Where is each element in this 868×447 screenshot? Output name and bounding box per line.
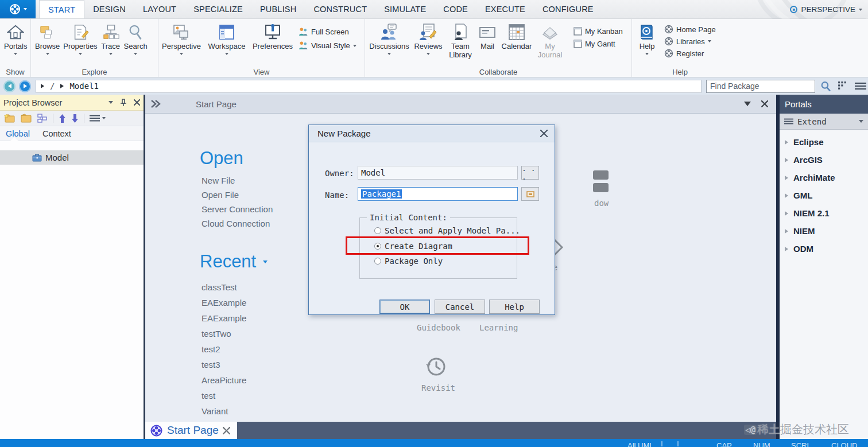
preferences-button[interactable]: Preferences <box>251 21 294 52</box>
grid-dots-icon[interactable] <box>838 81 848 92</box>
help-button[interactable]: Help <box>634 21 660 56</box>
properties-button[interactable]: Properties <box>61 21 99 56</box>
portal-item-eclipse[interactable]: Eclipse <box>780 133 868 151</box>
ok-button[interactable]: OK <box>379 300 430 314</box>
tab-code[interactable]: CODE <box>435 0 476 18</box>
visual-style-button[interactable]: Visual Style <box>299 41 356 50</box>
recent-item[interactable]: AreaPicture <box>202 375 246 391</box>
breadcrumb-model[interactable]: Model1 <box>69 81 99 91</box>
move-down-icon[interactable] <box>71 114 79 123</box>
back-button[interactable] <box>3 80 16 92</box>
tab-execute[interactable]: EXECUTE <box>476 0 534 18</box>
browse-button[interactable]: Browse <box>33 21 61 56</box>
recent-item[interactable]: Variant <box>202 406 246 422</box>
windows-tile-label[interactable]: dow <box>594 199 609 208</box>
status-perspective-set[interactable]: All UML <box>627 441 654 447</box>
dialog-title-bar[interactable]: New Package <box>309 125 555 142</box>
revisit-clock-icon[interactable] <box>424 355 448 379</box>
mail-button[interactable]: Mail <box>475 21 499 52</box>
forward-button[interactable] <box>19 80 31 92</box>
chevron-double-icon[interactable] <box>150 99 161 108</box>
home-page-button[interactable]: Home Page <box>664 25 716 34</box>
portals-button[interactable]: Portals <box>2 21 29 56</box>
diagram-icon[interactable] <box>37 113 48 123</box>
workspace-button[interactable]: Workspace <box>202 21 251 56</box>
start-page-tab-label[interactable]: Start Page <box>196 99 237 109</box>
trace-button[interactable]: Trace <box>99 21 122 56</box>
reviews-button[interactable]: Reviews <box>411 21 445 56</box>
cancel-button[interactable]: Cancel <box>435 300 485 314</box>
browser-menu-button[interactable] <box>90 115 106 122</box>
tab-design[interactable]: DESIGN <box>84 0 134 18</box>
link-cloud-connection[interactable]: Cloud Connection <box>202 219 273 233</box>
hamburger-icon[interactable] <box>855 82 866 90</box>
recent-item[interactable]: testTwo <box>202 329 246 344</box>
portal-item-odm[interactable]: ODM <box>780 240 868 258</box>
tab-context[interactable]: Context <box>42 129 71 141</box>
auto-name-button[interactable] <box>521 187 539 201</box>
search-button[interactable]: Search <box>122 21 149 56</box>
libraries-button[interactable]: Libraries <box>664 37 716 46</box>
help-button[interactable]: Help <box>489 300 540 314</box>
perspective-button[interactable]: PERSPECTIVE <box>790 0 862 19</box>
move-up-icon[interactable] <box>59 114 66 123</box>
portals-selector[interactable]: Extend <box>780 114 868 130</box>
recent-item[interactable]: test <box>202 391 246 406</box>
pin-icon[interactable] <box>120 99 127 107</box>
full-screen-button[interactable]: Full Screen <box>299 27 356 37</box>
tab-simulate[interactable]: SIMULATE <box>375 0 435 18</box>
link-new-file[interactable]: New File <box>202 176 273 190</box>
panel-menu-caret-icon[interactable] <box>108 101 113 104</box>
owner-input[interactable]: Model <box>358 166 518 180</box>
portal-item-archimate[interactable]: ArchiMate <box>780 169 868 186</box>
calendar-button[interactable]: Calendar <box>499 21 534 52</box>
close-icon[interactable] <box>540 130 548 137</box>
recent-item[interactable]: EAExample <box>202 298 246 313</box>
tab-specialize[interactable]: SPECIALIZE <box>185 0 251 18</box>
register-button[interactable]: Register <box>664 49 716 58</box>
name-input[interactable]: Package1 <box>358 187 518 201</box>
guidebook-label[interactable]: Guidebook <box>417 323 460 332</box>
radio-package-only[interactable]: Package Only <box>374 256 443 266</box>
portal-item-niem21[interactable]: NIEM 2.1 <box>780 204 868 222</box>
portal-item-arcgis[interactable]: ArcGIS <box>780 151 868 169</box>
recent-item[interactable]: test3 <box>202 360 246 375</box>
portal-item-gml[interactable]: GML <box>780 186 868 204</box>
team-library-button[interactable]: Team Library <box>445 21 475 60</box>
my-kanban-button[interactable]: My Kanban <box>574 27 623 36</box>
app-logo-button[interactable] <box>0 0 36 18</box>
tab-configure[interactable]: CONFIGURE <box>534 0 602 18</box>
my-journal-button[interactable]: My Journal <box>534 21 566 60</box>
find-package-input[interactable] <box>706 80 815 93</box>
breadcrumb[interactable]: / Model1 <box>36 80 702 93</box>
close-icon[interactable] <box>134 99 140 106</box>
my-gantt-button[interactable]: My Gantt <box>574 40 623 48</box>
new-package-icon[interactable] <box>4 114 16 123</box>
tab-list-caret-icon[interactable] <box>744 102 751 106</box>
recent-heading[interactable]: Recent <box>200 251 268 272</box>
tab-start[interactable]: START <box>39 0 84 18</box>
recent-item[interactable]: test2 <box>202 344 246 360</box>
recent-item[interactable]: EAExample <box>202 313 246 329</box>
portals-caret-icon <box>14 53 17 55</box>
recent-item[interactable]: classTest <box>202 282 246 298</box>
radio-select-apply-model[interactable]: Select and Apply Model Pa... <box>374 226 520 235</box>
search-icon[interactable] <box>820 81 831 92</box>
link-open-file[interactable]: Open File <box>202 190 273 204</box>
learning-label[interactable]: Learning <box>479 323 518 332</box>
folder-icon[interactable] <box>21 114 32 123</box>
revisit-label[interactable]: Revisit <box>421 383 455 392</box>
tree-item-model[interactable]: Model <box>0 150 144 165</box>
radio-create-diagram[interactable]: Create Diagram <box>374 242 452 251</box>
close-icon[interactable] <box>761 100 768 107</box>
tab-publish[interactable]: PUBLISH <box>251 0 305 18</box>
close-icon[interactable] <box>223 427 230 434</box>
start-page-bottom-tab[interactable]: Start Page <box>145 422 237 439</box>
link-server-connection[interactable]: Server Connection <box>202 204 273 219</box>
tab-layout[interactable]: LAYOUT <box>134 0 185 18</box>
portal-item-niem[interactable]: NIEM <box>780 222 868 240</box>
owner-browse-button[interactable]: . . . <box>521 166 539 180</box>
tab-construct[interactable]: CONSTRUCT <box>305 0 375 18</box>
discussions-button[interactable]: Discussions <box>367 21 411 56</box>
perspective-big-button[interactable]: Perspective <box>161 21 202 56</box>
